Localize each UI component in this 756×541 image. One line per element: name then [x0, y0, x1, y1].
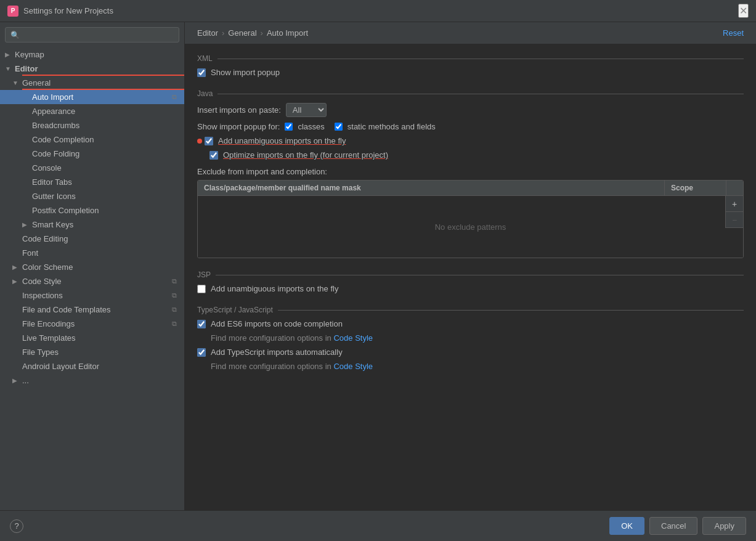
sidebar-item-label: Auto Import — [32, 92, 169, 102]
exclude-table: Class/package/member qualified name mask… — [197, 180, 744, 258]
classes-checkbox[interactable] — [285, 123, 293, 131]
sidebar-item-label: File Types — [22, 348, 179, 357]
sidebar-item-label: ... — [22, 376, 179, 385]
sidebar-item-android-layout-editor[interactable]: Android Layout Editor — [0, 359, 184, 373]
xml-show-popup-label[interactable]: Show import popup — [211, 68, 280, 77]
window-title: Settings for New Projects — [23, 6, 113, 15]
copy-icon: ⧉ — [169, 320, 179, 328]
copy-icon: ⧉ — [169, 306, 179, 314]
add-es6-label[interactable]: Add ES6 imports on code completion — [211, 319, 343, 328]
arrow-right-icon: ▶ — [12, 278, 22, 285]
sidebar-item-more[interactable]: ▶ ... — [0, 373, 184, 388]
separator-hr — [217, 94, 744, 94]
sidebar-item-label: Editor — [15, 64, 179, 73]
exclude-section: Exclude from import and completion: Clas… — [197, 167, 744, 258]
separator-hr — [217, 59, 744, 59]
search-box[interactable]: 🔍 — [5, 27, 179, 43]
help-button[interactable]: ? — [10, 519, 23, 533]
java-section-label: Java — [197, 89, 213, 98]
sidebar-item-label: Inspections — [22, 291, 169, 300]
jsp-add-unambiguous-checkbox[interactable] — [197, 285, 206, 293]
sidebar-item-label: Editor Tabs — [32, 177, 179, 187]
xml-show-popup-checkbox[interactable] — [197, 68, 206, 77]
sidebar-item-breadcrumbs[interactable]: Breadcrumbs — [0, 118, 184, 132]
optimize-imports-label[interactable]: Optimize imports on the fly (for current… — [223, 150, 388, 160]
jsp-section-separator: JSP — [197, 270, 744, 279]
add-es6-checkbox[interactable] — [197, 320, 206, 328]
sidebar-item-label: Keymap — [15, 50, 179, 59]
insert-imports-label: Insert imports on paste: — [197, 105, 281, 115]
sidebar-item-file-types[interactable]: File Types — [0, 345, 184, 359]
ok-button[interactable]: OK — [609, 517, 644, 535]
add-typescript-checkbox[interactable] — [197, 348, 206, 357]
sidebar-item-smart-keys[interactable]: ▶ Smart Keys — [0, 218, 184, 232]
insert-imports-select[interactable]: All Ask None — [286, 103, 327, 117]
reset-button[interactable]: Reset — [723, 28, 744, 38]
sidebar-item-code-folding[interactable]: Code Folding — [0, 147, 184, 161]
sidebar-item-label: Gutter Icons — [32, 192, 179, 201]
add-typescript-label[interactable]: Add TypeScript imports automatically — [211, 348, 343, 357]
sidebar-item-label: Code Style — [22, 277, 169, 286]
typescript-section: TypeScript / JavaScript Add ES6 imports … — [197, 306, 744, 371]
sidebar-item-auto-import[interactable]: Auto Import ⧉ — [0, 90, 184, 104]
sidebar-item-appearance[interactable]: Appearance — [0, 104, 184, 118]
sidebar-item-label: Breadcrumbs — [32, 121, 179, 130]
sidebar-item-live-templates[interactable]: Live Templates — [0, 331, 184, 345]
sidebar-item-font[interactable]: Font — [0, 246, 184, 260]
find-config-1-row: Find more configuration options in Code … — [197, 333, 744, 343]
red-dot-indicator — [197, 139, 202, 144]
search-input[interactable] — [22, 30, 174, 39]
add-unambiguous-row: Add unambiguous imports on the fly — [197, 136, 744, 148]
sidebar-item-keymap[interactable]: ▶ Keymap — [0, 47, 184, 62]
breadcrumb-general: General — [228, 28, 256, 38]
remove-pattern-button[interactable]: − — [726, 212, 743, 228]
sidebar-item-code-completion[interactable]: Code Completion — [0, 132, 184, 147]
sidebar-item-editor-tabs[interactable]: Editor Tabs — [0, 175, 184, 189]
sidebar-item-editor[interactable]: ▼ Editor — [0, 62, 184, 76]
sidebar: 🔍 ▶ Keymap ▼ Editor ▼ General Auto Impo — [0, 22, 185, 510]
static-methods-checkbox[interactable] — [335, 123, 343, 131]
sidebar-tree: ▶ Keymap ▼ Editor ▼ General Auto Import … — [0, 47, 184, 510]
xml-section-separator: XML — [197, 54, 744, 63]
search-icon: 🔍 — [10, 31, 20, 39]
sidebar-item-gutter-icons[interactable]: Gutter Icons — [0, 189, 184, 203]
close-button[interactable]: ✕ — [738, 4, 749, 18]
code-style-link-1[interactable]: Code Style — [333, 333, 373, 343]
code-style-link-2[interactable]: Code Style — [333, 362, 373, 371]
apply-button[interactable]: Apply — [702, 517, 746, 535]
sidebar-item-code-editing[interactable]: Code Editing — [0, 232, 184, 246]
show-import-popup-label: Show import popup for: — [197, 122, 280, 131]
sidebar-item-color-scheme[interactable]: ▶ Color Scheme — [0, 260, 184, 274]
static-methods-label[interactable]: static methods and fields — [348, 122, 436, 131]
sidebar-item-file-encodings[interactable]: File Encodings ⧉ — [0, 317, 184, 331]
sidebar-item-label: Android Layout Editor — [22, 362, 179, 371]
table-actions-header — [726, 181, 743, 195]
add-unambiguous-checkbox[interactable] — [205, 137, 213, 145]
arrow-right-icon: ▶ — [12, 377, 22, 384]
cancel-button[interactable]: Cancel — [649, 517, 697, 535]
sidebar-item-file-code-templates[interactable]: File and Code Templates ⧉ — [0, 303, 184, 317]
classes-label[interactable]: classes — [298, 122, 324, 131]
sidebar-item-inspections[interactable]: Inspections ⧉ — [0, 288, 184, 303]
sidebar-item-general[interactable]: ▼ General — [0, 76, 184, 90]
xml-section: XML Show import popup — [197, 54, 744, 77]
arrow-right-icon: ▶ — [12, 264, 22, 270]
java-section: Java Insert imports on paste: All Ask No… — [197, 89, 744, 258]
sidebar-item-code-style[interactable]: ▶ Code Style ⧉ — [0, 274, 184, 288]
jsp-add-unambiguous-row: Add unambiguous imports on the fly — [197, 284, 744, 293]
optimize-imports-checkbox[interactable] — [209, 151, 218, 160]
add-unambiguous-label[interactable]: Add unambiguous imports on the fly — [218, 136, 346, 145]
app-icon: P — [7, 6, 18, 17]
sidebar-item-postfix-completion[interactable]: Postfix Completion — [0, 203, 184, 218]
jsp-add-unambiguous-label[interactable]: Add unambiguous imports on the fly — [211, 284, 338, 293]
sidebar-item-console[interactable]: Console — [0, 161, 184, 175]
content-header: Editor › General › Auto Import Reset — [185, 22, 756, 44]
add-pattern-button[interactable]: + — [726, 196, 743, 212]
typescript-section-separator: TypeScript / JavaScript — [197, 306, 744, 314]
copy-icon: ⧉ — [169, 93, 179, 101]
table-body[interactable]: No exclude patterns + − — [198, 196, 743, 258]
breadcrumb-editor: Editor — [197, 28, 218, 38]
table-col1-header: Class/package/member qualified name mask — [198, 181, 664, 195]
copy-icon: ⧉ — [169, 277, 179, 285]
find-config-2-row: Find more configuration options in Code … — [197, 362, 744, 371]
